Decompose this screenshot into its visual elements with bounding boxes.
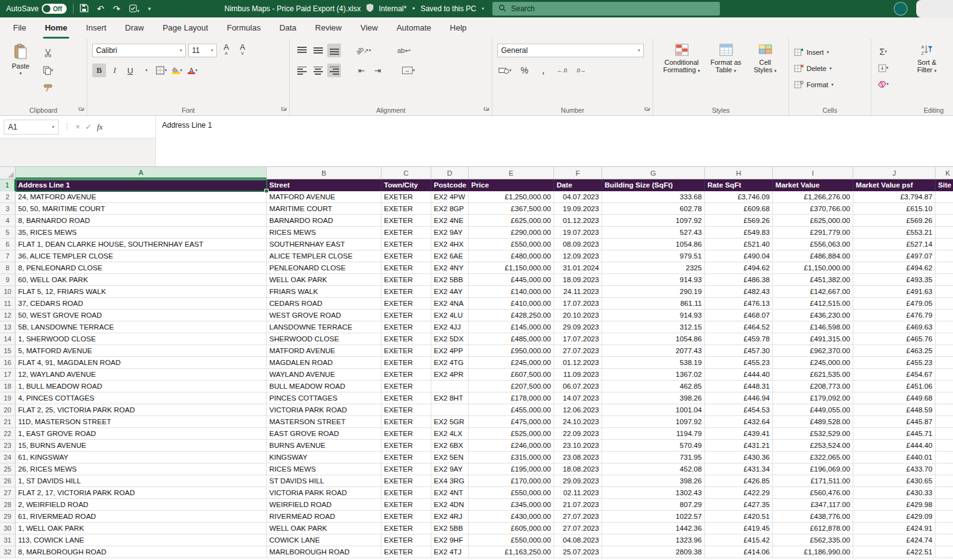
cell-E18[interactable]: £207,500.00 — [469, 381, 554, 392]
account-avatar[interactable] — [894, 2, 908, 16]
decrease-indent-icon[interactable]: ⇤ — [355, 64, 368, 77]
cancel-button[interactable]: × — [75, 122, 80, 131]
cell-F32[interactable]: 25.07.2023 — [554, 546, 602, 558]
cell-A29[interactable]: 61, RIVERMEAD ROAD — [16, 511, 267, 523]
cell-C20[interactable]: EXETER — [381, 404, 431, 416]
cell-D28[interactable]: EX2 4DN — [431, 499, 469, 511]
cell-B14[interactable]: SHERWOOD CLOSE — [267, 333, 381, 345]
cell-A10[interactable]: FLAT 5, 12, FRIARS WALK — [16, 286, 267, 298]
cell-F14[interactable]: 17.07.2023 — [554, 333, 602, 345]
cell-H16[interactable]: £455.23 — [705, 357, 773, 369]
cell-H14[interactable]: £459.78 — [705, 333, 773, 345]
cell-I14[interactable]: £491,315.00 — [773, 333, 853, 345]
cell-F27[interactable]: 02.11.2023 — [554, 487, 602, 499]
cell-J21[interactable]: £445.87 — [853, 416, 936, 428]
cell-G4[interactable]: 1097.92 — [602, 215, 705, 227]
cell-H11[interactable]: £476.13 — [705, 298, 773, 310]
cell-B1[interactable]: Street — [267, 179, 381, 191]
cell-K2[interactable] — [936, 191, 953, 203]
cell-E25[interactable]: £195,000.00 — [469, 463, 554, 475]
cell-I31[interactable]: £562,335.00 — [773, 534, 853, 546]
cell-A22[interactable]: 1, EAST GROVE ROAD — [16, 428, 267, 440]
cell-B26[interactable]: ST DAVIDS HILL — [267, 475, 381, 487]
cell-B21[interactable]: MASTERSON STREET — [267, 416, 381, 428]
cell-H1[interactable]: Rate SqFt — [705, 179, 773, 191]
cell-A12[interactable]: 50, WEST GROVE ROAD — [16, 310, 267, 321]
cell-I10[interactable]: £142,667.00 — [773, 286, 853, 298]
cell-H5[interactable]: £549.83 — [705, 227, 773, 239]
row-header-5[interactable]: 5 — [0, 227, 16, 239]
cell-J2[interactable]: £3,794.87 — [853, 191, 936, 203]
cell-B10[interactable]: FRIARS WALK — [267, 286, 381, 298]
cell-C24[interactable]: EXETER — [381, 452, 431, 463]
cell-D8[interactable]: EX2 4NY — [431, 262, 469, 274]
cell-K5[interactable] — [936, 227, 953, 239]
cell-C18[interactable]: EXETER — [381, 381, 431, 392]
formula-input[interactable]: Address Line 1 — [156, 116, 953, 166]
cell-J14[interactable]: £465.76 — [853, 333, 936, 345]
cell-J31[interactable]: £424.74 — [853, 534, 936, 546]
cell-I24[interactable]: £322,065.00 — [773, 452, 853, 463]
font-dialog-launcher[interactable] — [281, 104, 287, 113]
cell-J32[interactable]: £422.51 — [853, 546, 936, 558]
align-top-icon[interactable] — [295, 44, 309, 57]
redo-icon[interactable]: ↷ — [113, 4, 120, 13]
cell-I29[interactable]: £438,776.00 — [773, 511, 853, 523]
cell-B24[interactable]: KINGSWAY — [267, 452, 381, 463]
cell-D2[interactable]: EX2 4PW — [431, 191, 469, 203]
cell-F1[interactable]: Date — [554, 179, 602, 191]
row-header-6[interactable]: 6 — [0, 239, 16, 250]
tab-insert[interactable]: Insert — [77, 17, 116, 39]
cell-B30[interactable]: WELL OAK PARK — [267, 523, 381, 534]
cell-H28[interactable]: £427.35 — [705, 499, 773, 511]
row-header-11[interactable]: 11 — [0, 298, 16, 310]
cell-F24[interactable]: 23.08.2023 — [554, 452, 602, 463]
row-header-19[interactable]: 19 — [0, 392, 16, 404]
alignment-dialog-launcher[interactable] — [484, 104, 489, 113]
cell-styles-button[interactable]: CellStyles ▾ — [750, 44, 781, 104]
cell-H7[interactable]: £490.04 — [705, 250, 773, 262]
cell-I9[interactable]: £451,382.00 — [773, 274, 853, 286]
cell-K9[interactable] — [936, 274, 953, 286]
cell-A16[interactable]: FLAT 4, 91, MAGDALEN ROAD — [16, 357, 267, 369]
cell-G3[interactable]: 602.78 — [602, 203, 705, 215]
row-header-12[interactable]: 12 — [0, 310, 16, 321]
cell-A31[interactable]: 113, COWICK LANE — [16, 534, 267, 546]
row-header-2[interactable]: 2 — [0, 191, 16, 203]
cell-A28[interactable]: 2, WEIRFIELD ROAD — [16, 499, 267, 511]
cell-C3[interactable]: EXETER — [381, 203, 431, 215]
tab-draw[interactable]: Draw — [116, 17, 153, 39]
tab-view[interactable]: View — [351, 17, 387, 39]
row-header-24[interactable]: 24 — [0, 452, 16, 463]
tab-data[interactable]: Data — [270, 17, 305, 39]
cell-E2[interactable]: £1,250,000.00 — [469, 191, 554, 203]
cell-A30[interactable]: 1, WELL OAK PARK — [16, 523, 267, 534]
cell-E16[interactable]: £245,000.00 — [469, 357, 554, 369]
cell-F11[interactable]: 17.07.2023 — [554, 298, 602, 310]
decrease-decimal-button[interactable]: .0→ — [574, 64, 588, 77]
cell-A5[interactable]: 35, RICES MEWS — [16, 227, 267, 239]
cell-A1[interactable]: Address Line 1 — [16, 179, 267, 191]
column-header-H[interactable]: H — [705, 167, 773, 179]
row-header-18[interactable]: 18 — [0, 381, 16, 392]
cell-H13[interactable]: £464.52 — [705, 321, 773, 333]
cell-D32[interactable]: EX2 4TJ — [431, 546, 469, 558]
cell-K4[interactable] — [936, 215, 953, 227]
tab-formulas[interactable]: Formulas — [218, 17, 270, 39]
cell-I4[interactable]: £625,000.00 — [773, 215, 853, 227]
cell-F31[interactable]: 04.08.2023 — [554, 534, 602, 546]
font-name-select[interactable]: Calibri▾ — [92, 44, 186, 57]
cell-C28[interactable]: EXETER — [381, 499, 431, 511]
cell-C19[interactable]: EXETER — [381, 392, 431, 404]
cell-C7[interactable]: EXETER — [381, 250, 431, 262]
cell-C25[interactable]: EXETER — [381, 463, 431, 475]
cell-A32[interactable]: 8, MARLBOROUGH ROAD — [16, 546, 267, 558]
cell-I5[interactable]: £291,779.00 — [773, 227, 853, 239]
cell-D3[interactable]: EX2 8GP — [431, 203, 469, 215]
cell-G20[interactable]: 1001.04 — [602, 404, 705, 416]
cell-H17[interactable]: £444.40 — [705, 369, 773, 381]
cell-A6[interactable]: FLAT 1, DEAN CLARKE HOUSE, SOUTHERNHAY E… — [16, 239, 267, 250]
cell-B16[interactable]: MAGDALEN ROAD — [267, 357, 381, 369]
cell-A21[interactable]: 11D, MASTERSON STREET — [16, 416, 267, 428]
search-box[interactable]: Search — [492, 2, 720, 16]
